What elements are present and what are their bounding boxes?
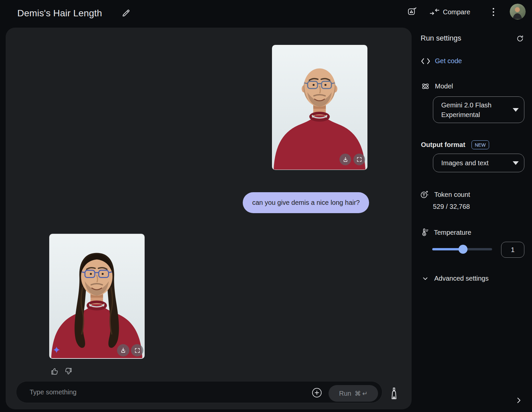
- edit-title-button[interactable]: [122, 9, 130, 17]
- output-format-dropdown[interactable]: Images and text: [433, 154, 524, 172]
- get-code-button[interactable]: Get code: [421, 57, 462, 65]
- code-icon: [421, 58, 430, 65]
- token-count-icon: [420, 190, 429, 199]
- fullscreen-icon: [134, 347, 141, 354]
- kebab-menu-icon: [492, 7, 495, 17]
- compare-arrows-icon: [430, 9, 440, 15]
- model-value: Gemini 2.0 Flash Experimental: [441, 101, 491, 118]
- cmd-key-icon: ⌘: [354, 390, 361, 397]
- slider-knob[interactable]: [459, 245, 467, 254]
- token-count-section: Token count: [420, 190, 470, 199]
- thumb-up-icon: [51, 367, 59, 375]
- temperature-section: Temperature: [421, 228, 471, 237]
- model-section-header: Model: [421, 82, 453, 91]
- refresh-icon: [516, 35, 524, 43]
- token-count-value: 529 / 32,768: [433, 203, 470, 210]
- temperature-label: Temperature: [434, 229, 471, 236]
- thumbs-up-button[interactable]: [51, 367, 59, 375]
- output-format-label: Output format: [421, 141, 465, 149]
- fullscreen-image-button[interactable]: [353, 154, 365, 165]
- enter-key-icon: ↵: [362, 390, 367, 397]
- advanced-settings-toggle[interactable]: Advanced settings: [422, 275, 488, 282]
- add-content-button[interactable]: [312, 388, 322, 398]
- thumbs-down-button[interactable]: [64, 367, 72, 375]
- output-format-value: Images and text: [441, 159, 488, 167]
- page-title: Demis's Hair Length: [17, 8, 102, 19]
- thermometer-icon: [421, 228, 429, 237]
- uploaded-portrait-graphic: [272, 45, 367, 170]
- run-label: Run: [339, 390, 351, 397]
- model-label: Model: [435, 82, 453, 90]
- avatar-photo: [510, 4, 526, 20]
- prompt-composer: [16, 381, 382, 403]
- model-orbit-icon: [421, 82, 430, 91]
- run-button[interactable]: Run ⌘ ↵: [329, 385, 378, 402]
- more-options-button[interactable]: [492, 7, 496, 17]
- prompt-input[interactable]: [29, 381, 215, 403]
- app-window: Demis's Hair Length Compare: [0, 0, 532, 412]
- token-count-label: Token count: [434, 191, 470, 199]
- user-message-bubble[interactable]: can you give demis a nice long hair?: [243, 192, 369, 213]
- compare-button[interactable]: [430, 9, 440, 16]
- clear-chat-button[interactable]: [388, 387, 400, 400]
- prompt-saved-button[interactable]: [407, 6, 417, 16]
- broom-icon: [388, 387, 400, 400]
- download-icon: [120, 347, 127, 354]
- reset-settings-button[interactable]: [516, 35, 524, 43]
- get-code-label: Get code: [435, 57, 462, 65]
- caret-down-icon: [513, 161, 519, 165]
- generated-image[interactable]: [49, 234, 145, 359]
- run-settings-title: Run settings: [421, 34, 461, 43]
- chevron-right-icon: [515, 396, 523, 404]
- download-icon: [342, 156, 349, 163]
- plus-circle-icon: [312, 388, 322, 398]
- caret-down-icon: [513, 108, 519, 112]
- gemini-sparkle-icon: [53, 346, 60, 353]
- fullscreen-generated-button[interactable]: [131, 344, 143, 356]
- generated-portrait-graphic: [50, 234, 144, 358]
- user-avatar[interactable]: [510, 4, 526, 20]
- temperature-slider: [432, 244, 492, 254]
- pencil-icon: [122, 9, 130, 17]
- saved-prompt-icon: [407, 6, 417, 16]
- compare-label[interactable]: Compare: [443, 8, 470, 16]
- collapse-panel-button[interactable]: [515, 396, 523, 404]
- new-badge: NEW: [471, 140, 489, 149]
- uploaded-image[interactable]: [272, 45, 367, 170]
- temperature-value-input[interactable]: [501, 242, 524, 258]
- model-dropdown[interactable]: Gemini 2.0 Flash Experimental: [433, 96, 524, 123]
- advanced-settings-label: Advanced settings: [434, 275, 488, 282]
- thumb-down-icon: [64, 367, 72, 375]
- fullscreen-icon: [356, 156, 362, 163]
- download-generated-button[interactable]: [117, 344, 129, 356]
- download-image-button[interactable]: [339, 154, 351, 165]
- chevron-down-icon: [422, 275, 429, 282]
